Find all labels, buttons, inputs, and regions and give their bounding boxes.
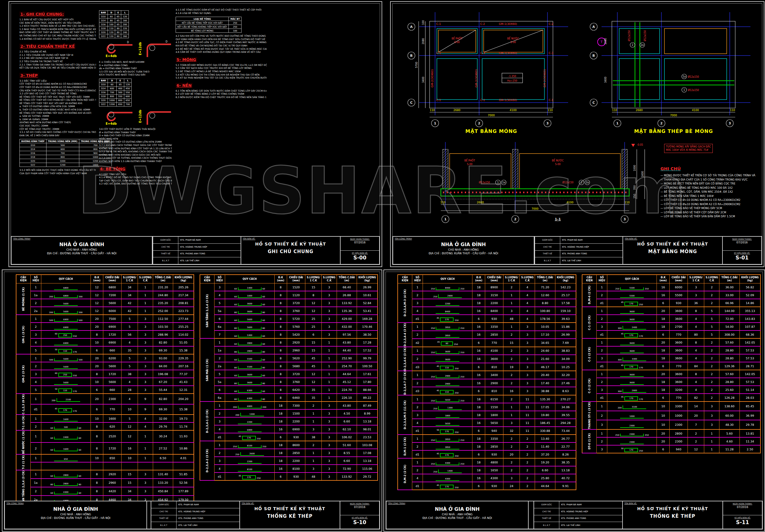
bar-shape: 1800: [436, 412, 459, 418]
svg-text:E=4db: E=4db: [106, 122, 117, 125]
bar-id: 1: [412, 347, 422, 355]
bar-id: 4: [30, 378, 41, 386]
note-line: b. THÉP CÓ ĐƯỜNG KÍNH BẰNG HOẶC NHỎ HƠN …: [19, 108, 96, 112]
note-line: (KHÔNG NHỎ HƠN ĐƯỜNG KÍNH CỐT THÉP): [19, 121, 96, 125]
bar-shape: 2003100: [618, 403, 646, 409]
table-row: D,M-1 (2 CK)125028502501833502213.4026.7…: [398, 434, 576, 442]
table-row: 229001629002317.4027.46: [398, 379, 576, 387]
bar-spec: 5600: [41, 362, 91, 370]
table-row: 255001655003233.0052.09: [582, 291, 760, 299]
note-line: db = ĐƯỜNG KÍNH THANH THÉP: [99, 67, 172, 70]
svg-text:B: B: [410, 54, 412, 58]
table-row: D,M-6 (2 CK)125055002501660003236.0056.8…: [582, 283, 760, 291]
table-row: C-1,2,3 (9 CK)120021002023004982.80204.2…: [16, 394, 194, 404]
bar-id: d3: [412, 363, 422, 371]
svg-text:S-00: S-00: [467, 163, 472, 166]
table-row: d1451702506930483133.9229.72: [200, 472, 378, 480]
note-line: VÀ THÔNG BÁO CHO KỸ SƯ CÁC MÂU THUẪN HOẶ…: [19, 34, 96, 38]
note-line: 2.1.1 TIÊU CHUẨN XÂY DỰNG VIỆT NAM TẬP I…: [19, 54, 96, 57]
bar-shape: 5600: [54, 379, 78, 385]
note-line: 3.6 CỐT THÉP ĐƯỢC UỐN Ở TRẠNG THÁI NGUỘI: [99, 128, 172, 131]
bar-spec: 80630080: [225, 394, 274, 401]
s00-bend-table-2: BARDELD106065120D14600400450D16700500550…: [99, 79, 172, 107]
s00-anchor-length-table: ĐƯỜNG KÍNH THÉPTRONG VÙNG NÉN (MM)TRONG …: [19, 139, 96, 167]
note-line: 4.1.4 NƯỚC ĐỔ BÊ TÔNG SỬ DỤNG CHO CÔNG T…: [99, 176, 172, 179]
section-heading: 3- THÉP: [19, 73, 39, 78]
table-row: d1451701706770822126.2828.03: [582, 394, 760, 401]
note-line: 4.2 VIỆC ĐỔ, ĐẦM, BẢO DƯỠNG BÊ TÔNG THEO…: [99, 182, 172, 186]
svg-text:1: 1: [444, 217, 446, 221]
svg-text:S-00: S-00: [454, 41, 460, 44]
bar-shape: 80560080: [234, 324, 265, 330]
bar-id: 2: [30, 362, 41, 370]
group-label: C-1,2,3 (9 CK): [16, 394, 30, 414]
bar-id: 3: [412, 299, 422, 307]
bar-spec: 2501400: [423, 466, 472, 474]
list-item: BÊ TÔNG NỀN SÀN TẦNG 1 MÁC 100#: [660, 194, 761, 198]
svg-text:C-3: C-3: [549, 52, 553, 55]
stirrup-shape: 45110250: [436, 364, 458, 370]
list-item: MÓNG ĐƯỢC THIẾT KẾ TRÊN CƠ SỞ TẢI TRỌNG …: [660, 173, 761, 178]
table-row: C-3 (2 CK)136002036008257.60142.05: [582, 370, 760, 378]
stirrup-shape: 45170170: [621, 363, 643, 369]
bar-id: 1a: [214, 346, 225, 354]
svg-text:2: 2: [632, 44, 633, 46]
bar-id: 1: [30, 470, 41, 479]
note-line: 3.2 LỚP BẢO VỆ CHO CỐT THÉP TRONG BÊ TÔN…: [19, 92, 96, 96]
svg-text:110: 110: [440, 201, 445, 204]
svg-text:1: 1: [434, 122, 436, 125]
bar-spec: 5650: [423, 419, 472, 427]
bar-id: 3: [596, 445, 607, 453]
table-row: GM-2 (3 CK)150056005002062005393.00229.3…: [16, 354, 194, 362]
note-line: 4.1 ĐẶC TÍNH VẬT LIỆU:: [99, 173, 172, 176]
bar-id: 6a: [214, 394, 225, 401]
bar-id: 2: [596, 378, 607, 386]
bar-shape: 8400: [436, 308, 459, 314]
bar-id: d1: [412, 482, 422, 490]
bar-id: 3: [214, 457, 225, 465]
table-row: 4840016840034100.80159.10: [398, 307, 576, 315]
note-line: 4.2 SAU KHI ĐỔ CẦN PHỦ VÀ TƯỚI NƯỚC BẢO …: [176, 35, 267, 38]
svg-text:S-00: S-00: [510, 41, 516, 44]
stirrup-shape: 50110170: [55, 347, 77, 353]
sheet-code: S-11: [723, 519, 762, 525]
svg-text:C-1: C-1: [436, 99, 441, 102]
note-line: KHÔNG NHỎ HƠN KHOẢNG CÁCH GIỮA CÁC MỐI N…: [99, 153, 172, 157]
table-row: 236001836004572.00143.83: [582, 315, 760, 323]
bar-id: d1: [412, 315, 422, 323]
bar-spec: 2200: [225, 417, 274, 425]
date-label: NGÀY HOÀN THÀNH:: [341, 238, 379, 240]
bar-shape: 2300: [620, 422, 644, 428]
bar-spec: 6800: [41, 283, 91, 291]
ghichu-list: MÓNG ĐƯỢC THIẾT KẾ TRÊN CƠ SỞ TẢI TRỌNG …: [660, 173, 761, 219]
bar-shape: 2850: [436, 443, 459, 449]
group-label: D-2,3,4-2 (3 CK): [200, 441, 214, 480]
foundation-rebar-plan: 2 2a Ø12a150 Ø12a150 1a Ø12a150 1 Ø12a15…: [584, 9, 754, 135]
table-row: 228501828502211.4022.77: [398, 442, 576, 450]
bar-id: 5: [214, 370, 225, 378]
note-line: E = CHIỀU DÀI NEO, NHỎ NHẤT=65MM: [99, 61, 172, 64]
bar-id: 2: [214, 409, 225, 417]
bar-shape: 2502900: [433, 292, 462, 298]
table-row: D-2,3,4,M-3 (4 CK)125084002501889002471.…: [398, 283, 576, 291]
svg-text:1: 1: [616, 122, 618, 125]
bar-spec: 4300: [423, 474, 472, 482]
stirrup-shape: 45170250: [436, 451, 458, 457]
note-line: 6.2 LÓT ĐÁY BỂ TÔNG BẰNG 2 LỚP BÊ TÔNG C…: [176, 93, 267, 96]
table-row: 2a2005600200126000421252.00223.73: [16, 307, 194, 315]
bar-spec: 6900: [225, 425, 274, 433]
bar-spec: 6900: [41, 323, 91, 331]
bar-id: d1: [214, 472, 225, 480]
bar-id: 2: [412, 403, 422, 411]
bar-id: 5: [214, 299, 225, 307]
note-line: 4.6 CẤM ĐỂ THÉP CHỜ KHÔNG ĐÚNG QUY ĐỊNH …: [176, 51, 267, 54]
stirrup-shape: 45170250: [436, 483, 458, 489]
bar-spec: 60280060: [41, 470, 91, 479]
svg-text:C: C: [592, 101, 595, 105]
bar-spec: 80280080: [41, 479, 91, 487]
table-row: d1451701706770842129.3628.71: [582, 362, 760, 370]
bar-spec: 3600: [607, 346, 657, 354]
bar-id: 3: [214, 417, 225, 425]
bar-shape: 6900: [238, 426, 262, 432]
bar-shape: 60100060: [234, 292, 265, 298]
